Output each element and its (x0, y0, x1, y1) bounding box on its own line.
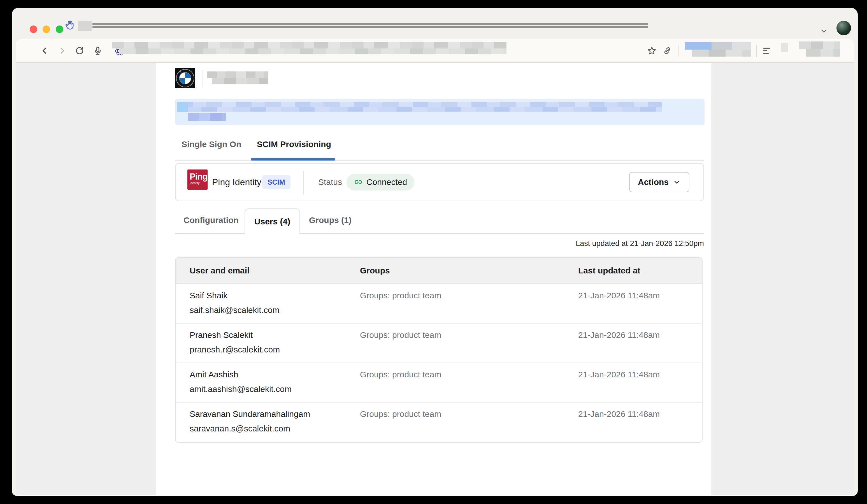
card-divider (303, 171, 304, 194)
actions-button[interactable]: Actions (629, 172, 689, 192)
user-name: Saif Shaik (190, 291, 227, 300)
active-tab-underline (251, 158, 335, 161)
page-right-margin (711, 63, 854, 495)
browser-window: B Single Sign On SCIM Provisioning (12, 8, 858, 496)
user-name: Pranesh Scalekit (190, 330, 253, 340)
redacted-banner-text (177, 102, 662, 112)
minimize-window-button[interactable] (43, 25, 50, 33)
user-updated-at: 21-Jan-2026 11:48am (578, 370, 660, 379)
table-header: User and email Groups Last updated at (176, 258, 702, 284)
redacted-banner-link[interactable] (188, 113, 226, 121)
users-table: User and email Groups Last updated at Sa… (175, 257, 703, 443)
redacted-toolbar-item (781, 43, 788, 52)
user-groups: Groups: product team (360, 330, 441, 340)
redacted-url-text[interactable] (112, 42, 506, 54)
user-groups: Groups: product team (360, 409, 441, 419)
status-value: Connected (366, 177, 407, 187)
user-email: pranesh.r@scalekit.com (190, 345, 280, 354)
table-row: Saravanan Sundaramahalingam saravanan.s@… (176, 403, 702, 442)
page-left-margin (16, 63, 156, 495)
user-email: amit.aashish@scalekit.com (190, 384, 292, 394)
tab-single-sign-on[interactable]: Single Sign On (182, 139, 241, 150)
user-email: saravanan.s@scalekit.com (190, 424, 290, 433)
status-badge: Connected (346, 174, 414, 191)
bookmark-star-icon[interactable] (647, 46, 657, 56)
user-email: saif.shaik@scalekit.com (190, 305, 280, 315)
user-name: Saravanan Sundaramahalingam (190, 409, 310, 419)
tab-groups[interactable]: Groups (1) (309, 215, 352, 225)
user-updated-at: 21-Jan-2026 11:48am (578, 409, 660, 419)
chevron-down-icon (673, 178, 681, 186)
tab-search-chevron-icon[interactable] (820, 27, 828, 35)
redacted-org-name (207, 72, 268, 84)
column-last-updated-at: Last updated at (578, 266, 640, 275)
redacted-tab-title (78, 21, 92, 31)
link-connected-icon (354, 178, 363, 186)
reload-button[interactable] (75, 46, 85, 56)
admin-portal-page: B Single Sign On SCIM Provisioning (156, 63, 711, 495)
toolbar-divider (678, 45, 678, 57)
redacted-tabstrip (93, 26, 647, 28)
voice-search-icon[interactable] (93, 46, 103, 56)
redacted-tabstrip (93, 23, 647, 25)
redacted-profile-pill (685, 42, 751, 56)
back-button[interactable] (40, 46, 50, 56)
table-row: Pranesh Scalekit pranesh.r@scalekit.com … (176, 324, 702, 363)
user-groups: Groups: product team (360, 370, 441, 379)
redacted-toolbar-item (799, 42, 840, 56)
viewport: B Single Sign On SCIM Provisioning (16, 63, 854, 495)
header-divider (202, 70, 203, 87)
copy-link-icon[interactable] (662, 46, 672, 56)
browser-titlebar (12, 8, 858, 39)
sort-menu-icon[interactable] (763, 47, 771, 54)
user-name: Amit Aashish (190, 370, 238, 379)
hand-wave-icon (64, 20, 75, 30)
forward-button[interactable] (57, 46, 67, 56)
user-groups: Groups: product team (360, 291, 441, 300)
zoom-window-button[interactable] (56, 25, 63, 33)
ping-identity-logo: Ping Identity. (188, 170, 207, 190)
toolbar-divider (756, 45, 757, 57)
column-groups: Groups (360, 266, 390, 275)
protocol-badge: SCIM (262, 175, 290, 189)
last-updated-text: Last updated at 21-Jan-2026 12:50pm (576, 239, 704, 248)
column-user-and-email: User and email (190, 266, 249, 275)
browser-toolbar (16, 39, 854, 63)
tab-users[interactable]: Users (4) (245, 208, 300, 234)
table-row: Amit Aashish amit.aashish@scalekit.com G… (176, 363, 702, 403)
user-updated-at: 21-Jan-2026 11:48am (578, 291, 660, 300)
tab-scim-provisioning[interactable]: SCIM Provisioning (257, 139, 331, 150)
user-updated-at: 21-Jan-2026 11:48am (578, 330, 660, 340)
close-window-button[interactable] (30, 25, 37, 33)
provider-card: Ping Identity. Ping Identity SCIM Status (175, 163, 704, 201)
status-label: Status (318, 177, 342, 187)
bmw-logo: B (175, 68, 195, 88)
browser-body: B Single Sign On SCIM Provisioning (16, 39, 854, 496)
table-row: Saif Shaik saif.shaik@scalekit.com Group… (176, 284, 702, 324)
tab-configuration[interactable]: Configuration (183, 215, 239, 225)
provider-name: Ping Identity (212, 177, 261, 187)
profile-avatar[interactable] (836, 21, 851, 35)
info-banner (175, 99, 705, 125)
